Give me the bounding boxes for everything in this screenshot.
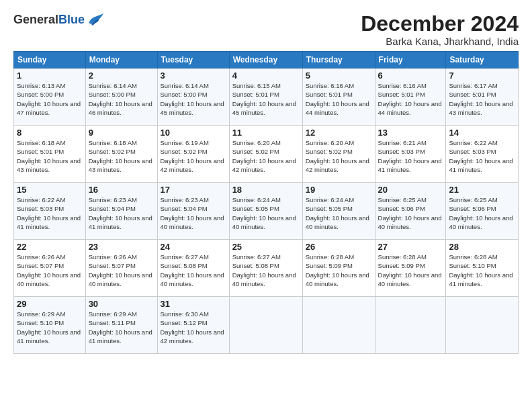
day-cell: 10 Sunrise: 6:19 AMSunset: 5:02 PMDaylig… <box>157 126 229 183</box>
day-info: Sunrise: 6:13 AMSunset: 5:00 PMDaylight:… <box>17 82 81 116</box>
day-info: Sunrise: 6:20 AMSunset: 5:02 PMDaylight:… <box>306 139 369 173</box>
day-number: 15 <box>17 185 83 195</box>
logo-text: GeneralBlue <box>13 13 85 27</box>
day-info: Sunrise: 6:22 AMSunset: 5:03 PMDaylight:… <box>449 139 513 173</box>
day-info: Sunrise: 6:21 AMSunset: 5:03 PMDaylight:… <box>378 139 442 173</box>
day-cell: 18 Sunrise: 6:24 AMSunset: 5:05 PMDaylig… <box>229 183 302 240</box>
day-cell: 16 Sunrise: 6:23 AMSunset: 5:04 PMDaylig… <box>85 183 157 240</box>
col-tuesday: Tuesday <box>157 52 229 68</box>
day-number: 6 <box>378 71 443 81</box>
day-info: Sunrise: 6:24 AMSunset: 5:05 PMDaylight:… <box>306 196 369 230</box>
day-number: 8 <box>17 128 83 138</box>
day-cell: 14 Sunrise: 6:22 AMSunset: 5:03 PMDaylig… <box>446 126 519 183</box>
day-number: 29 <box>17 299 83 309</box>
week-row-3: 15 Sunrise: 6:22 AMSunset: 5:03 PMDaylig… <box>14 183 519 240</box>
month-title: December 2024 <box>361 12 519 36</box>
day-number: 28 <box>449 242 515 252</box>
day-info: Sunrise: 6:30 AMSunset: 5:12 PMDaylight:… <box>161 310 224 345</box>
calendar-page: GeneralBlue December 2024 Barka Kana, Jh… <box>0 0 532 361</box>
day-number: 2 <box>89 71 154 81</box>
day-number: 31 <box>161 299 226 309</box>
day-info: Sunrise: 6:27 AMSunset: 5:08 PMDaylight:… <box>232 253 296 287</box>
day-number: 26 <box>306 242 372 252</box>
calendar-header: Sunday Monday Tuesday Wednesday Thursday… <box>14 52 519 68</box>
day-cell: 22 Sunrise: 6:26 AMSunset: 5:07 PMDaylig… <box>14 240 86 297</box>
day-info: Sunrise: 6:26 AMSunset: 5:07 PMDaylight:… <box>89 253 152 287</box>
day-info: Sunrise: 6:25 AMSunset: 5:06 PMDaylight:… <box>449 196 513 230</box>
day-cell: 24 Sunrise: 6:27 AMSunset: 5:08 PMDaylig… <box>157 240 229 297</box>
day-info: Sunrise: 6:28 AMSunset: 5:09 PMDaylight:… <box>378 253 442 287</box>
col-monday: Monday <box>85 52 157 68</box>
day-info: Sunrise: 6:23 AMSunset: 5:04 PMDaylight:… <box>161 196 224 230</box>
day-cell <box>302 297 375 354</box>
day-cell: 1 Sunrise: 6:13 AMSunset: 5:00 PMDayligh… <box>14 68 86 126</box>
col-saturday: Saturday <box>446 52 519 68</box>
location-subtitle: Barka Kana, Jharkhand, India <box>361 36 519 47</box>
day-info: Sunrise: 6:14 AMSunset: 5:00 PMDaylight:… <box>161 82 224 116</box>
day-number: 3 <box>161 71 226 81</box>
day-cell: 5 Sunrise: 6:16 AMSunset: 5:01 PMDayligh… <box>302 68 375 126</box>
calendar-table: Sunday Monday Tuesday Wednesday Thursday… <box>13 51 519 354</box>
day-info: Sunrise: 6:26 AMSunset: 5:07 PMDaylight:… <box>17 253 81 287</box>
day-info: Sunrise: 6:16 AMSunset: 5:01 PMDaylight:… <box>378 82 442 116</box>
day-number: 22 <box>17 242 83 252</box>
day-number: 23 <box>89 242 154 252</box>
week-row-2: 8 Sunrise: 6:18 AMSunset: 5:01 PMDayligh… <box>14 126 519 183</box>
day-number: 19 <box>306 185 372 195</box>
day-number: 5 <box>306 71 372 81</box>
day-cell: 3 Sunrise: 6:14 AMSunset: 5:00 PMDayligh… <box>157 68 229 126</box>
day-cell: 6 Sunrise: 6:16 AMSunset: 5:01 PMDayligh… <box>375 68 446 126</box>
day-info: Sunrise: 6:28 AMSunset: 5:09 PMDaylight:… <box>306 253 369 287</box>
day-cell: 15 Sunrise: 6:22 AMSunset: 5:03 PMDaylig… <box>14 183 86 240</box>
day-number: 30 <box>89 299 154 309</box>
day-cell: 13 Sunrise: 6:21 AMSunset: 5:03 PMDaylig… <box>375 126 446 183</box>
day-cell: 31 Sunrise: 6:30 AMSunset: 5:12 PMDaylig… <box>157 297 229 354</box>
logo-blue: Blue <box>58 13 85 26</box>
day-info: Sunrise: 6:28 AMSunset: 5:10 PMDaylight:… <box>449 253 513 287</box>
col-wednesday: Wednesday <box>229 52 302 68</box>
day-cell: 29 Sunrise: 6:29 AMSunset: 5:10 PMDaylig… <box>14 297 86 354</box>
day-cell: 25 Sunrise: 6:27 AMSunset: 5:08 PMDaylig… <box>229 240 302 297</box>
day-cell: 2 Sunrise: 6:14 AMSunset: 5:00 PMDayligh… <box>85 68 157 126</box>
week-row-5: 29 Sunrise: 6:29 AMSunset: 5:10 PMDaylig… <box>14 297 519 354</box>
day-cell: 26 Sunrise: 6:28 AMSunset: 5:09 PMDaylig… <box>302 240 375 297</box>
day-cell: 30 Sunrise: 6:29 AMSunset: 5:11 PMDaylig… <box>85 297 157 354</box>
day-info: Sunrise: 6:22 AMSunset: 5:03 PMDaylight:… <box>17 196 81 230</box>
calendar-body: 1 Sunrise: 6:13 AMSunset: 5:00 PMDayligh… <box>14 68 519 354</box>
day-cell: 8 Sunrise: 6:18 AMSunset: 5:01 PMDayligh… <box>14 126 86 183</box>
day-number: 9 <box>89 128 154 138</box>
logo: GeneralBlue <box>13 12 105 27</box>
day-cell <box>375 297 446 354</box>
day-number: 16 <box>89 185 154 195</box>
day-info: Sunrise: 6:18 AMSunset: 5:01 PMDaylight:… <box>17 139 81 173</box>
day-number: 17 <box>161 185 226 195</box>
logo-general: General <box>13 13 58 26</box>
day-cell <box>229 297 302 354</box>
day-cell: 27 Sunrise: 6:28 AMSunset: 5:09 PMDaylig… <box>375 240 446 297</box>
day-number: 27 <box>378 242 443 252</box>
day-cell: 11 Sunrise: 6:20 AMSunset: 5:02 PMDaylig… <box>229 126 302 183</box>
day-info: Sunrise: 6:24 AMSunset: 5:05 PMDaylight:… <box>232 196 296 230</box>
day-cell: 23 Sunrise: 6:26 AMSunset: 5:07 PMDaylig… <box>85 240 157 297</box>
day-cell: 19 Sunrise: 6:24 AMSunset: 5:05 PMDaylig… <box>302 183 375 240</box>
day-cell: 4 Sunrise: 6:15 AMSunset: 5:01 PMDayligh… <box>229 68 302 126</box>
day-number: 12 <box>306 128 372 138</box>
day-cell: 9 Sunrise: 6:18 AMSunset: 5:02 PMDayligh… <box>85 126 157 183</box>
day-info: Sunrise: 6:15 AMSunset: 5:01 PMDaylight:… <box>232 82 296 116</box>
day-number: 20 <box>378 185 443 195</box>
day-info: Sunrise: 6:25 AMSunset: 5:06 PMDaylight:… <box>378 196 442 230</box>
day-number: 13 <box>378 128 443 138</box>
header: GeneralBlue December 2024 Barka Kana, Jh… <box>13 12 519 47</box>
day-info: Sunrise: 6:29 AMSunset: 5:11 PMDaylight:… <box>89 310 152 345</box>
day-number: 24 <box>161 242 226 252</box>
day-number: 11 <box>232 128 300 138</box>
day-info: Sunrise: 6:20 AMSunset: 5:02 PMDaylight:… <box>232 139 296 173</box>
day-cell: 28 Sunrise: 6:28 AMSunset: 5:10 PMDaylig… <box>446 240 519 297</box>
day-cell: 12 Sunrise: 6:20 AMSunset: 5:02 PMDaylig… <box>302 126 375 183</box>
day-info: Sunrise: 6:23 AMSunset: 5:04 PMDaylight:… <box>89 196 152 230</box>
day-number: 18 <box>232 185 300 195</box>
day-number: 25 <box>232 242 300 252</box>
day-number: 4 <box>232 71 300 81</box>
day-info: Sunrise: 6:29 AMSunset: 5:10 PMDaylight:… <box>17 310 81 345</box>
col-thursday: Thursday <box>302 52 375 68</box>
